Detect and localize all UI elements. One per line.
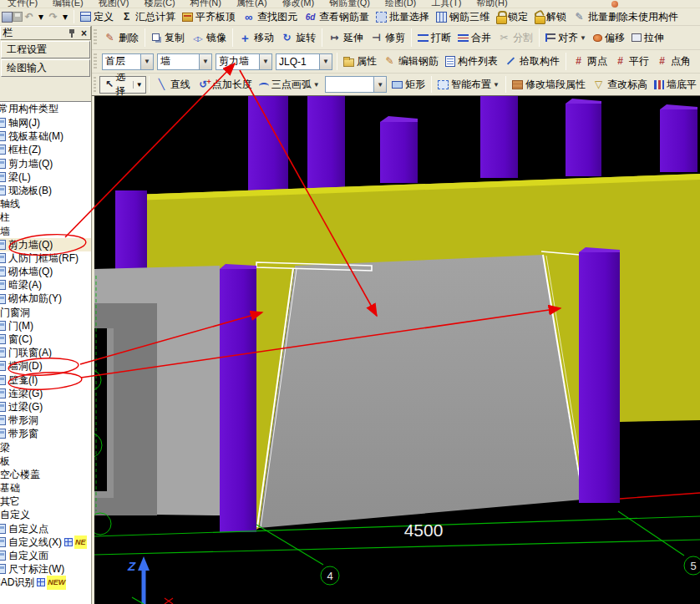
sidebar-item-custom-face[interactable]: 自定义面 [0,549,91,562]
split-button[interactable]: 分割 [495,31,536,45]
edit-rebar-button[interactable]: 编辑钢筋 [380,54,442,69]
offset-button[interactable]: 偏移 [590,31,628,45]
category-combo[interactable]: 墙▼ [157,53,212,70]
line-button[interactable]: 直线 [152,78,194,92]
merge-button[interactable]: 合并 [454,31,495,45]
sidebar-item-masonry-wall[interactable]: 砌体墙(Q) [0,265,91,278]
sidebar-item-cast-slab[interactable]: 现浇板(B) [0,184,91,197]
save-icon[interactable] [13,12,23,22]
viewport-3d[interactable]: 4 5 4500 Z [94,96,700,604]
break-button[interactable]: 打断 [414,31,454,45]
sidebar-item-custom-cat[interactable]: 自定义 [0,508,91,521]
undo-icon[interactable] [23,11,35,23]
sidebar-item-shear-wall[interactable]: 剪力墙(Q) [0,238,91,251]
chevron-down-icon[interactable]: ▼ [319,54,332,69]
view-rebar-amount-button[interactable]: 查看钢筋量 [301,10,373,24]
move-button[interactable]: 移动 [236,31,277,45]
chevron-down-icon[interactable]: ▼ [133,81,143,89]
sidebar-item-cad-recognize[interactable]: CAD识别NEW [0,576,91,589]
smart-layout-button[interactable]: 智能布置▼ [434,78,503,92]
sidebar-item-civil-defense-door-wall[interactable]: 人防门框墙(RF) [0,251,91,265]
menu-item[interactable]: 工具(T) [431,0,461,8]
attributes-button[interactable]: 属性 [340,54,380,69]
element-combo[interactable]: JLQ-1▼ [276,53,332,70]
menu-item[interactable]: 编辑(E) [53,0,84,8]
define-button[interactable]: 定义 [77,10,117,24]
sidebar-item-column-cat[interactable]: 柱 [0,211,91,224]
sidebar-item-axis-grid[interactable]: 轴网(J) [0,116,91,129]
sidebar-item-beam-quick[interactable]: 梁(L) [0,170,91,184]
menu-item[interactable]: 帮助(H) [476,0,507,8]
select-button[interactable]: 选择 ▼ [99,76,145,94]
sidebar-item-slab-cat[interactable]: 板 [0,454,91,468]
chevron-down-icon[interactable]: ▼ [373,77,386,92]
floor-combo[interactable]: 首层▼ [102,53,154,70]
tab-drawing-input[interactable]: 绘图输入 [1,59,90,77]
menu-item[interactable]: 文件(F) [8,0,38,8]
sidebar-item-others-cat[interactable]: 其它 [0,495,91,508]
component-list-button[interactable]: 构件列表 [442,54,501,69]
type-combo[interactable]: 剪力墙▼ [216,53,272,70]
sidebar-item-door[interactable]: 门(M) [0,319,91,332]
sidebar-item-axis-lines[interactable]: 轴线 [0,197,91,211]
toolbar-drag-handle[interactable] [94,29,97,46]
chevron-down-icon[interactable]: ▼ [580,34,586,42]
two-point-button[interactable]: 两点 [569,54,611,69]
sidebar-item-shear-wall-quick[interactable]: 剪力墙(Q) [0,157,91,170]
sidebar-item-masonry-reinforcement[interactable]: 砌体加筋(Y) [0,292,91,305]
sidebar-item-foundation-cat[interactable]: 基础 [0,481,91,495]
rebar-3d-button[interactable]: 钢筋三维 [433,10,493,24]
sidebar-item-frame-column[interactable]: 框柱(Z) [0,143,91,156]
chevron-down-icon[interactable]: ▼ [259,54,271,69]
sidebar-item-wall-cat[interactable]: 墙 [0,225,91,238]
modify-wall-segment-button[interactable]: 修改墙段属性 [509,78,589,92]
chevron-down-icon[interactable]: ▼ [313,81,320,89]
sidebar-item-dimension[interactable]: 尺寸标注(W) [0,562,91,576]
batch-select-button[interactable]: 批量选择 [373,10,433,24]
undo-dropdown-icon[interactable]: ▾ [35,11,47,23]
wall-bottom-button[interactable]: 墙底平 [651,78,700,92]
menu-item[interactable]: 视图(V) [99,0,129,8]
toolbar-drag-handle[interactable] [94,53,97,69]
unlock-button[interactable]: 解锁 [531,10,570,24]
sidebar-item-door-window-opening[interactable]: 门窗洞 [0,306,91,319]
pin-icon[interactable] [68,28,76,38]
tab-project-settings[interactable]: 工程设置 [1,41,90,58]
sidebar-item-window[interactable]: 窗(C) [0,332,91,346]
flush-slab-top-button[interactable]: 平齐板顶 [179,10,239,24]
redo-icon[interactable] [47,11,59,23]
parallel-button[interactable]: 平行 [611,54,652,69]
point-angle-button[interactable]: 点角 [652,54,694,69]
menu-item[interactable]: 钢筋量(Q) [329,0,370,8]
sidebar-item-custom-line[interactable]: 自定义线(X)NE [0,535,91,549]
sidebar-item-hollow-floor[interactable]: 空心楼盖 [0,468,91,481]
find-element-button[interactable]: 查找图元 [239,10,301,24]
rotate-button[interactable]: 旋转 [277,31,319,45]
align-button[interactable]: 对齐▼ [542,31,590,45]
stretch-button[interactable]: 拉伸 [628,31,667,45]
copy-button[interactable]: 复制 [148,31,188,45]
sidebar-item-wall-hole[interactable]: 墙洞(D) [0,359,91,373]
toolbar-drag-handle[interactable] [94,77,96,92]
close-icon[interactable]: × [79,28,89,39]
sidebar-item-lintel[interactable]: 过梁(G) [0,400,91,414]
point-plus-length-button[interactable]: 点加长度 [194,78,256,92]
sidebar-item-hidden-beam[interactable]: 暗梁(A) [0,278,91,292]
menu-item[interactable]: 楼层(C) [144,0,175,8]
sidebar-item-beam-cat[interactable]: 梁 [0,441,91,454]
extend-button[interactable]: 延伸 [325,31,367,45]
batch-delete-unused-button[interactable]: 批量删除未使用构件 [570,10,682,24]
rectangle-button[interactable]: 矩形 [388,78,429,92]
arc-style-combo[interactable]: ▼ [325,76,387,93]
sidebar-item-strip-window[interactable]: 带形窗 [0,427,91,440]
trim-button[interactable]: 修剪 [367,31,408,45]
menu-item[interactable]: 构件(N) [190,0,221,8]
delete-button[interactable]: 删除 [100,31,142,45]
lock-button[interactable]: 锁定 [493,10,531,24]
sidebar-item-custom-point[interactable]: 自定义点 [0,522,91,535]
sidebar-item-strip-hole[interactable]: 带形洞 [0,414,91,427]
check-elevation-button[interactable]: 查改标高 [589,78,651,92]
menu-item[interactable]: 修改(M) [282,0,315,8]
redo-dropdown-icon[interactable]: ▾ [59,11,71,23]
summary-calc-button[interactable]: 汇总计算 [117,10,179,24]
